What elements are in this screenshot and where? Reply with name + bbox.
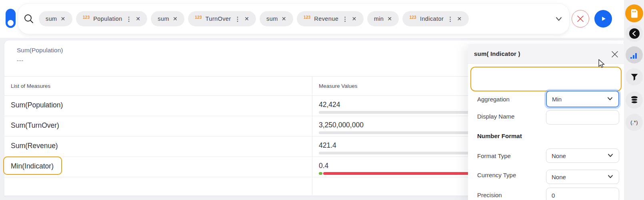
sim-card-icon [630,9,639,18]
token-label: Revenue [314,16,338,22]
remove-token-icon[interactable]: ✕ [173,16,178,22]
chevron-down-icon [607,95,613,103]
remove-token-icon[interactable]: ✕ [136,16,140,22]
control-value: None [552,174,566,180]
field-label: Aggregation [477,96,510,103]
measure-name[interactable]: Min(Indicator) [4,157,312,177]
search-token-sum-2[interactable]: sum✕ [151,11,184,26]
search-token-sum-4[interactable]: sum✕ [260,11,293,26]
sim-card-button[interactable] [625,4,643,22]
remove-token-icon[interactable]: ✕ [244,16,249,22]
search-bar[interactable]: sum✕123Population⋮✕sum✕123TurnOver⋮✕sum✕… [18,3,570,34]
right-icon-rail: (.*) [624,0,644,200]
field-label: Format Type [477,152,511,159]
remove-token-icon[interactable]: ✕ [387,16,392,22]
search-token-list: sum✕123Population⋮✕sum✕123TurnOver⋮✕sum✕… [39,11,469,26]
panel-title: sum( Indicator ) [468,44,624,64]
measure-settings-panel: sum( Indicator ) AggregationMinDisplay N… [468,44,624,200]
search-token-sum-0[interactable]: sum✕ [39,11,72,26]
token-label: TurnOver [206,16,231,22]
token-label: sum [158,16,169,22]
search-token-min-6[interactable]: min✕ [367,11,399,26]
select-format-type[interactable]: None [546,149,619,163]
search-token-revenue-5[interactable]: 123Revenue⋮✕ [297,11,364,26]
close-icon[interactable] [610,49,620,59]
field-label: Currency Type [477,172,516,178]
chevron-down-icon [607,173,614,181]
filter-icon [630,73,638,81]
search-token-indicator-7[interactable]: 123Indicator⋮✕ [402,11,468,26]
select-aggregation[interactable]: Min [546,91,619,107]
token-label: sum [46,16,57,22]
control-value: Min [552,96,562,103]
input-precision[interactable]: 0 [546,188,619,200]
top-bar: sum✕123Population⋮✕sum✕123TurnOver⋮✕sum✕… [0,0,624,38]
chevron-down-icon [607,152,614,160]
search-token-population-1[interactable]: 123Population⋮✕ [76,11,148,26]
numeric-field-icon: 123 [195,15,202,20]
field-label: Display Name [477,113,514,120]
bar-chart-button[interactable] [626,46,643,63]
database-button[interactable] [626,91,643,109]
token-label: sum [266,16,278,22]
measure-name[interactable]: Sum(TurnOver) [4,116,312,136]
widget-subtitle: --- [17,57,24,63]
kebab-menu-icon[interactable]: ⋮ [126,16,132,22]
remove-token-icon[interactable]: ✕ [282,16,286,22]
back-arrow-button[interactable] [626,25,643,42]
remove-token-icon[interactable]: ✕ [352,16,357,22]
field-label: Number Format [477,133,522,139]
run-query-button[interactable] [594,10,612,28]
widget-title: Sum(Population) [17,47,63,54]
control-value: None [552,152,566,159]
app-logo-knob [8,20,14,26]
search-icon [23,13,34,24]
measure-name[interactable]: Sum(Population) [4,96,312,116]
chevron-down-icon[interactable] [554,14,564,25]
numeric-field-icon: 123 [304,15,311,20]
control-value: 0 [552,192,555,199]
token-label: min [374,16,384,22]
column-header-measures: List of Measures [4,77,312,95]
measure-name[interactable]: Sum(Revenue) [4,137,312,156]
kebab-menu-icon[interactable]: ⋮ [342,16,348,22]
numeric-field-icon: 123 [409,15,416,20]
app-root: sum✕123Population⋮✕sum✕123TurnOver⋮✕sum✕… [0,0,644,200]
token-label: Indicator [420,16,444,22]
aggregation-highlight-box [470,67,622,91]
app-logo[interactable] [6,9,16,28]
bar-segment-green [319,172,322,175]
search-token-turnover-3[interactable]: 123TurnOver⋮✕ [188,11,256,26]
remove-token-icon[interactable]: ✕ [457,16,462,22]
select-currency-type[interactable]: None [546,170,619,184]
kebab-menu-icon[interactable]: ⋮ [235,16,241,22]
field-label: Precision [477,192,502,198]
kebab-menu-icon[interactable]: ⋮ [447,16,453,22]
input-display-name[interactable] [546,110,619,125]
database-icon [630,95,639,105]
numeric-field-icon: 123 [83,15,90,20]
clear-query-button[interactable] [572,10,589,28]
regex-button[interactable]: (.*) [626,114,643,131]
remove-token-icon[interactable]: ✕ [61,16,66,22]
back-arrow-icon [629,28,640,39]
filter-button[interactable] [626,68,643,85]
regex-icon: (.*) [630,120,638,125]
token-label: Population [93,16,122,22]
bar-chart-icon [630,51,639,59]
